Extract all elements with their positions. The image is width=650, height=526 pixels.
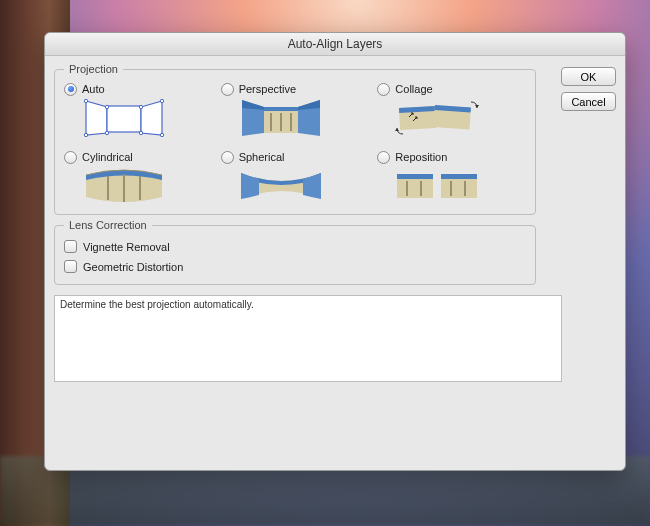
svg-point-5 — [105, 105, 108, 108]
desktop-background: Auto-Align Layers OK Cancel Projection A… — [0, 0, 650, 526]
svg-rect-14 — [264, 107, 298, 111]
checkbox-geometric-distortion[interactable] — [64, 260, 77, 273]
ok-button[interactable]: OK — [561, 67, 616, 86]
thumb-perspective — [235, 99, 327, 137]
radio-reposition[interactable] — [377, 151, 390, 164]
radio-label-cylindrical: Cylindrical — [82, 151, 133, 163]
thumb-collage — [391, 99, 483, 137]
svg-marker-2 — [141, 101, 162, 135]
svg-rect-30 — [397, 174, 433, 179]
thumb-spherical — [235, 167, 327, 205]
projection-option-spherical[interactable]: Spherical — [221, 149, 370, 205]
svg-point-7 — [139, 105, 142, 108]
radio-collage[interactable] — [377, 83, 390, 96]
radio-label-reposition: Reposition — [395, 151, 447, 163]
svg-marker-0 — [86, 101, 107, 135]
dialog-button-column: OK Cancel — [561, 67, 616, 111]
svg-marker-25 — [395, 128, 399, 131]
svg-point-10 — [160, 133, 163, 136]
projection-option-collage[interactable]: Collage — [377, 81, 526, 137]
svg-rect-1 — [107, 106, 141, 132]
radio-label-auto: Auto — [82, 83, 105, 95]
svg-point-4 — [84, 133, 87, 136]
projection-option-reposition[interactable]: Reposition — [377, 149, 526, 205]
svg-point-6 — [105, 131, 108, 134]
lens-correction-legend: Lens Correction — [64, 219, 152, 231]
thumb-auto — [78, 99, 170, 137]
radio-label-perspective: Perspective — [239, 83, 296, 95]
projection-legend: Projection — [64, 63, 123, 75]
thumb-reposition — [391, 167, 483, 205]
svg-point-9 — [160, 99, 163, 102]
svg-point-8 — [139, 131, 142, 134]
radio-spherical[interactable] — [221, 151, 234, 164]
lens-correction-fieldset: Lens Correction Vignette Removal Geometr… — [54, 225, 536, 285]
svg-rect-32 — [441, 174, 477, 179]
thumb-cylindrical — [78, 167, 170, 205]
svg-point-3 — [84, 99, 87, 102]
dialog-body: OK Cancel Projection Auto — [45, 56, 625, 471]
radio-perspective[interactable] — [221, 83, 234, 96]
description-box: Determine the best projection automatica… — [54, 295, 562, 382]
svg-marker-24 — [475, 105, 479, 108]
radio-cylindrical[interactable] — [64, 151, 77, 164]
auto-align-layers-dialog: Auto-Align Layers OK Cancel Projection A… — [44, 32, 626, 471]
checkbox-vignette-removal[interactable] — [64, 240, 77, 253]
projection-option-auto[interactable]: Auto — [64, 81, 213, 137]
projection-fieldset: Projection Auto — [54, 69, 536, 215]
projection-option-perspective[interactable]: Perspective — [221, 81, 370, 137]
dialog-titlebar[interactable]: Auto-Align Layers — [45, 33, 625, 56]
vignette-row[interactable]: Vignette Removal — [64, 240, 526, 253]
radio-label-collage: Collage — [395, 83, 432, 95]
radio-auto[interactable] — [64, 83, 77, 96]
projection-option-cylindrical[interactable]: Cylindrical — [64, 149, 213, 205]
radio-label-spherical: Spherical — [239, 151, 285, 163]
label-geometric-distortion: Geometric Distortion — [83, 261, 183, 273]
dialog-title: Auto-Align Layers — [288, 37, 383, 51]
projection-grid: Auto — [64, 81, 526, 205]
label-vignette-removal: Vignette Removal — [83, 241, 170, 253]
cancel-button[interactable]: Cancel — [561, 92, 616, 111]
geometric-row[interactable]: Geometric Distortion — [64, 260, 526, 273]
